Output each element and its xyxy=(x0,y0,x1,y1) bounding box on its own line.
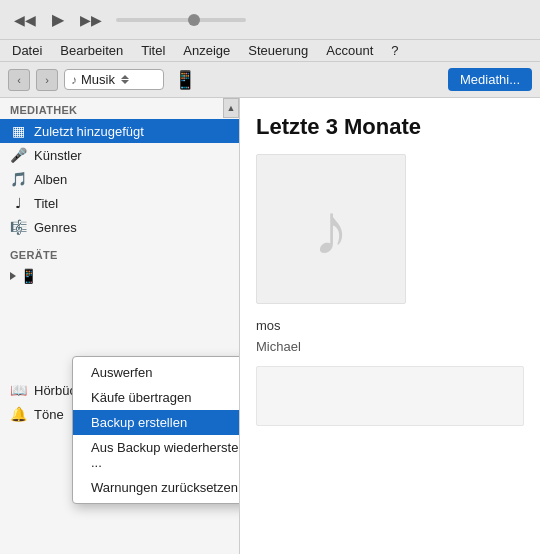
toolbar: ‹ › ♪ Musik 📱 Mediathi... xyxy=(0,62,540,98)
context-menu-backup[interactable]: Backup erstellen xyxy=(73,410,240,435)
sidebar-label-albums: Alben xyxy=(34,172,67,187)
menu-bearbeiten[interactable]: Bearbeiten xyxy=(52,41,131,60)
audiobook-icon: 📖 xyxy=(10,382,26,398)
track-info: mos Michael xyxy=(256,316,524,358)
rewind-button[interactable]: ◀◀ xyxy=(10,10,40,30)
grid-icon: ▦ xyxy=(10,123,26,139)
library-section-title: Mediathek xyxy=(0,98,239,119)
music-thumbnail: ♪ xyxy=(256,154,406,304)
content-area: Letzte 3 Monate ♪ mos Michael xyxy=(240,98,540,554)
mediathek-button[interactable]: Mediathi... xyxy=(448,68,532,91)
sidebar-label-recently-added: Zuletzt hinzugefügt xyxy=(34,124,144,139)
big-note-icon: ♪ xyxy=(313,188,349,270)
sidebar-item-genres[interactable]: 🎼 Genres xyxy=(0,215,239,239)
transport-controls: ◀◀ ▶ ▶▶ xyxy=(10,8,106,31)
menu-datei[interactable]: Datei xyxy=(4,41,50,60)
track-artist: Michael xyxy=(256,337,524,358)
sidebar-item-albums[interactable]: 🎵 Alben xyxy=(0,167,239,191)
sidebar-item-recently-added[interactable]: ▦ Zuletzt hinzugefügt xyxy=(0,119,239,143)
triangle-icon xyxy=(10,272,16,280)
content-title: Letzte 3 Monate xyxy=(256,114,524,140)
sidebar-label-artists: Künstler xyxy=(34,148,82,163)
sidebar-label-genres: Genres xyxy=(34,220,77,235)
chevron-down-icon xyxy=(121,80,129,84)
sidebar-item-artists[interactable]: 🎤 Künstler xyxy=(0,143,239,167)
menu-account[interactable]: Account xyxy=(318,41,381,60)
genres-icon: 🎼 xyxy=(10,219,26,235)
menu-titel[interactable]: Titel xyxy=(133,41,173,60)
chevron-up-icon xyxy=(121,75,129,79)
context-menu-transfer[interactable]: Käufe übertragen xyxy=(73,385,240,410)
menu-anzeige[interactable]: Anzeige xyxy=(175,41,238,60)
main-layout: ▲ Mediathek ▦ Zuletzt hinzugefügt 🎤 Küns… xyxy=(0,98,540,554)
sidebar: ▲ Mediathek ▦ Zuletzt hinzugefügt 🎤 Küns… xyxy=(0,98,240,554)
context-menu-warnings[interactable]: Warnungen zurücksetzen xyxy=(73,475,240,500)
title-bar: ◀◀ ▶ ▶▶ xyxy=(0,0,540,40)
sidebar-scroll-up[interactable]: ▲ xyxy=(223,98,239,118)
menu-bar: Datei Bearbeiten Titel Anzeige Steuerung… xyxy=(0,40,540,62)
microphone-icon: 🎤 xyxy=(10,147,26,163)
sidebar-label-titles: Titel xyxy=(34,196,58,211)
bottom-thumbnail xyxy=(256,366,524,426)
back-button[interactable]: ‹ xyxy=(8,69,30,91)
sidebar-item-titles[interactable]: ♩ Titel xyxy=(0,191,239,215)
progress-thumb xyxy=(188,14,200,26)
note-icon: ♩ xyxy=(10,195,26,211)
forward-button-toolbar[interactable]: › xyxy=(36,69,58,91)
device-row[interactable]: 📱 xyxy=(0,264,239,288)
device-icon-phone: 📱 xyxy=(20,268,37,284)
album-icon: 🎵 xyxy=(10,171,26,187)
forward-button[interactable]: ▶▶ xyxy=(76,10,106,30)
context-menu: Auswerfen Käufe übertragen Backup erstel… xyxy=(72,356,240,504)
menu-steuerung[interactable]: Steuerung xyxy=(240,41,316,60)
sidebar-label-tones: Töne xyxy=(34,407,64,422)
play-button[interactable]: ▶ xyxy=(48,8,68,31)
track-title: mos xyxy=(256,316,524,337)
device-icon: 📱 xyxy=(174,69,196,91)
progress-area[interactable] xyxy=(116,18,530,22)
progress-bar[interactable] xyxy=(116,18,246,22)
selector-chevron[interactable] xyxy=(121,75,129,84)
bell-icon: 🔔 xyxy=(10,406,26,422)
music-note-icon: ♪ xyxy=(71,73,77,87)
context-menu-eject[interactable]: Auswerfen xyxy=(73,360,240,385)
music-label: Musik xyxy=(81,72,115,87)
music-selector[interactable]: ♪ Musik xyxy=(64,69,164,90)
devices-section-title: Geräte xyxy=(0,243,239,264)
menu-help[interactable]: ? xyxy=(383,41,406,60)
context-menu-restore[interactable]: Aus Backup wiederherstellen ... xyxy=(73,435,240,475)
